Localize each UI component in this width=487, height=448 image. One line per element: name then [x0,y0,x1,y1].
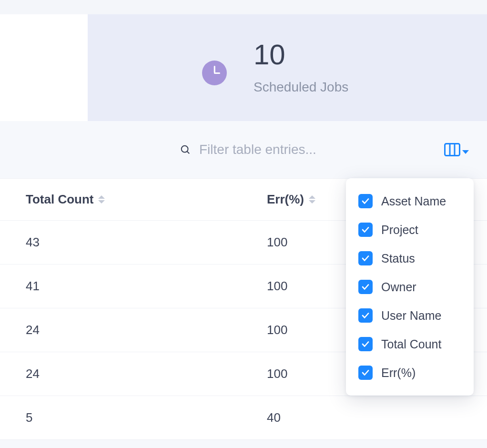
column-toggle-item[interactable]: Total Count [346,330,474,358]
clock-icon [202,61,227,85]
svg-point-0 [182,146,188,153]
column-header-total-count[interactable]: Total Count [0,179,267,221]
checkbox-checked-icon [358,223,373,237]
search-icon [180,144,191,155]
sort-icon [309,195,315,204]
svg-line-1 [187,152,190,154]
checkbox-checked-icon [358,194,373,208]
scheduled-jobs-label: Scheduled Jobs [254,80,348,95]
column-header-label: Err(%) [267,192,304,207]
hero-left-spacer [0,14,88,121]
column-toggle-item[interactable]: Owner [346,273,474,301]
column-toggle-label: Total Count [381,337,441,351]
table-row[interactable]: 540 [0,396,487,440]
column-toggle-label: Asset Name [381,194,446,208]
hero-text: 10 Scheduled Jobs [254,41,348,95]
scheduled-jobs-card[interactable]: 10 Scheduled Jobs [88,14,487,121]
checkbox-checked-icon [358,366,373,380]
column-toggle-item[interactable]: Status [346,244,474,273]
search-wrap [180,142,444,157]
column-picker-menu: Asset NameProjectStatusOwnerUser NameTot… [346,178,474,396]
column-toggle-label: User Name [381,309,441,323]
column-toggle-item[interactable]: Asset Name [346,187,474,215]
cell-err-pct: 40 [267,396,487,440]
checkbox-checked-icon [358,308,373,323]
column-toggle-label: Owner [381,280,416,294]
hero-row: 10 Scheduled Jobs [0,14,487,121]
scheduled-jobs-count: 10 [254,41,348,69]
columns-icon [444,143,460,156]
filter-input[interactable] [199,142,418,157]
column-toggle-item[interactable]: Err(%) [346,358,474,387]
checkbox-checked-icon [358,337,373,351]
cell-total-count: 24 [0,352,267,396]
cell-total-count: 41 [0,265,267,308]
sort-icon [98,195,105,204]
cell-total-count: 5 [0,396,267,440]
chevron-down-icon [462,150,469,154]
cell-total-count: 24 [0,308,267,352]
column-toggle-item[interactable]: User Name [346,301,474,330]
column-header-label: Total Count [26,192,93,207]
top-strip [0,0,487,14]
column-toggle-label: Err(%) [381,366,416,380]
svg-rect-2 [445,144,460,156]
column-toggle-item[interactable]: Project [346,215,474,244]
column-picker-button[interactable] [444,143,469,156]
checkbox-checked-icon [358,251,373,265]
column-toggle-label: Status [381,252,415,265]
column-toggle-label: Project [381,223,418,237]
checkbox-checked-icon [358,280,373,294]
cell-total-count: 43 [0,221,267,265]
filter-bar [0,121,487,178]
